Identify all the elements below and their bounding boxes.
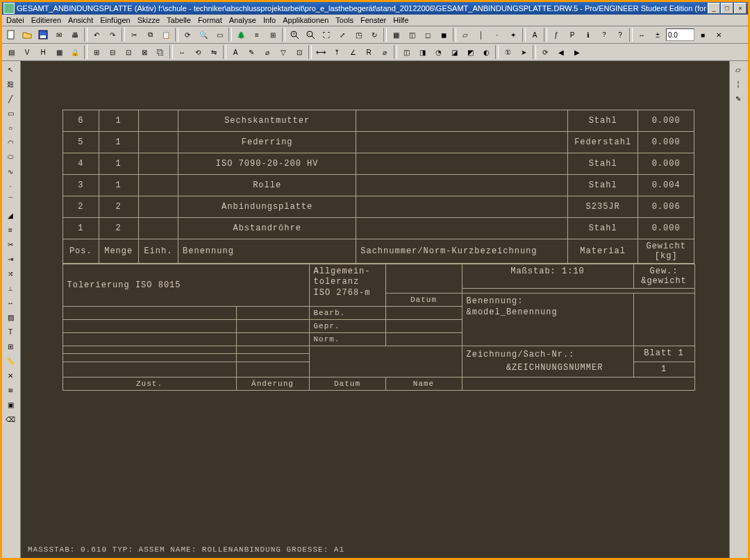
maximize-button[interactable]: □ — [721, 3, 733, 14]
tbl-insert-button[interactable]: ⊞ — [89, 44, 104, 60]
menu-ansicht[interactable]: Ansicht — [67, 16, 94, 24]
zoom-fit-button[interactable]: ⛶ — [319, 27, 334, 42]
grid-button[interactable]: ▦ — [51, 44, 67, 60]
view-gen-button[interactable]: ◫ — [399, 44, 414, 60]
select-button[interactable]: ▭ — [212, 27, 227, 42]
break-tool[interactable]: ≋ — [3, 383, 18, 397]
display-nohidden-button[interactable]: ◻ — [420, 27, 435, 42]
group-tool[interactable]: ⊞ — [3, 339, 18, 353]
arrow-tool[interactable]: ↖ — [3, 62, 18, 76]
arrow-button[interactable]: ➤ — [516, 44, 531, 60]
redo-button[interactable]: ↷ — [105, 27, 120, 42]
chamfer-tool[interactable]: ◢ — [3, 208, 18, 222]
datum-plane-button[interactable]: ▱ — [458, 27, 473, 42]
orient-button[interactable]: ◳ — [351, 27, 366, 42]
help-button[interactable]: ? — [612, 27, 628, 42]
sheet-button[interactable]: ▤ — [3, 44, 19, 60]
rotate-button[interactable]: ⟲ — [190, 44, 206, 60]
surf-button[interactable]: ▽ — [276, 44, 291, 60]
ellipse-tool[interactable]: ⬭ — [3, 150, 18, 164]
refit-button[interactable]: ⤢ — [335, 27, 350, 42]
menu-tools[interactable]: Tools — [334, 16, 355, 24]
zoom-out-button[interactable]: - — [303, 27, 318, 42]
spin-input[interactable] — [666, 28, 694, 41]
paste-button[interactable]: 📋 — [158, 27, 174, 42]
mail-button[interactable]: ✉ — [51, 27, 67, 42]
text-tool[interactable]: T — [3, 325, 18, 339]
menu-fenster[interactable]: Fenster — [359, 16, 388, 24]
circle-tool[interactable]: ○ — [3, 121, 18, 135]
parameter-button[interactable]: P — [565, 27, 580, 42]
dim-lin-button[interactable]: ⟷ — [313, 44, 328, 60]
line-tool[interactable]: ╱ — [3, 92, 18, 105]
menu-editieren[interactable]: Editieren — [30, 16, 62, 24]
rect-tool[interactable]: ▭ — [3, 106, 18, 120]
menu-hilfe[interactable]: Hilfe — [392, 16, 410, 24]
view-sec-button[interactable]: ◩ — [462, 44, 478, 60]
constraint-tool[interactable]: ⟂ — [3, 281, 18, 295]
datum-csys-button[interactable]: ✦ — [506, 27, 521, 42]
update-button[interactable]: ⟳ — [538, 44, 553, 60]
close-button[interactable]: × — [734, 3, 747, 14]
dim-ord-button[interactable]: ⤒ — [329, 44, 344, 60]
menu-skizze[interactable]: Skizze — [136, 16, 161, 24]
xsec-tool[interactable]: ✕ — [3, 368, 18, 382]
undo-button[interactable]: ↶ — [89, 27, 104, 42]
tbl-del-button[interactable]: ⊠ — [137, 44, 152, 60]
menu-info[interactable]: Info — [262, 16, 277, 24]
text-button[interactable]: A — [228, 44, 243, 60]
erase-tool[interactable]: ⌫ — [3, 412, 18, 426]
balloon-button[interactable]: ① — [500, 44, 515, 60]
tbl-col-button[interactable]: ⊡ — [121, 44, 136, 60]
view-proj-button[interactable]: ◨ — [415, 44, 430, 60]
lock-button[interactable]: 🔒 — [67, 44, 83, 60]
menu-einfuegen[interactable]: Einfügen — [99, 16, 131, 24]
chain-tool[interactable]: ⛓ — [3, 77, 18, 91]
sheet-next-button[interactable]: ▶ — [569, 44, 585, 60]
sketch-icon[interactable]: ✎ — [731, 92, 746, 105]
snap-v-button[interactable]: V — [19, 44, 35, 60]
tbl-merge-button[interactable]: ⿻ — [153, 44, 168, 60]
sheet-prev-button[interactable]: ◀ — [553, 44, 569, 60]
transform-tool[interactable]: ⤭ — [3, 266, 18, 280]
offset-tool[interactable]: ≡ — [3, 223, 18, 237]
note-button[interactable]: ✎ — [244, 44, 259, 60]
datum-axis-icon[interactable]: ╎ — [731, 77, 746, 91]
new-button[interactable] — [3, 27, 19, 42]
view-det-button[interactable]: ◔ — [431, 44, 446, 60]
menu-format[interactable]: Format — [197, 16, 224, 24]
arc-tool[interactable]: ◠ — [3, 135, 18, 149]
display-shade-button[interactable]: ◼ — [436, 27, 451, 42]
mirror-button[interactable]: ⇋ — [206, 44, 222, 60]
layers-button[interactable]: ≡ — [249, 27, 265, 42]
drawing-canvas[interactable]: 61SechskantmutterStahl0.00051FederringFe… — [21, 61, 729, 558]
print-button[interactable]: 🖶 — [67, 27, 83, 42]
menu-tabelle[interactable]: Tabelle — [165, 16, 192, 24]
cancel-button[interactable]: ✕ — [711, 27, 726, 42]
open-button[interactable] — [19, 27, 35, 42]
cut-button[interactable]: ✂ — [126, 27, 142, 42]
model-tree-button[interactable]: 🌲 — [233, 27, 249, 42]
tbl-row-button[interactable]: ⊟ — [105, 44, 120, 60]
display-wire-button[interactable]: ▦ — [388, 27, 403, 42]
dim-button[interactable]: ↔ — [634, 27, 649, 42]
trim-tool[interactable]: ✂ — [3, 237, 18, 251]
relation-button[interactable]: ƒ — [549, 27, 564, 42]
dim-dia-button[interactable]: ⌀ — [377, 44, 392, 60]
menu-analyse[interactable]: Analyse — [228, 16, 258, 24]
save-button[interactable] — [35, 27, 51, 42]
copy-button[interactable]: ⧉ — [142, 27, 158, 42]
spline-tool[interactable]: ∿ — [3, 164, 18, 178]
display-hidden-button[interactable]: ◫ — [404, 27, 419, 42]
feat-info-button[interactable]: ℹ — [581, 27, 596, 42]
dim-ang-button[interactable]: ∠ — [345, 44, 360, 60]
stop-button[interactable]: ■ — [695, 27, 710, 42]
model-info-button[interactable]: ？ — [597, 27, 612, 42]
tol-button[interactable]: ± — [650, 27, 665, 42]
hatch-tool[interactable]: ▨ — [3, 310, 18, 324]
gtol-button[interactable]: ⊡ — [292, 44, 307, 60]
datum-plane-icon[interactable]: ▱ — [731, 62, 746, 76]
minimize-button[interactable]: _ — [708, 3, 720, 14]
move-button[interactable]: ↔ — [174, 44, 190, 60]
zoom-in-button[interactable]: + — [287, 27, 302, 42]
